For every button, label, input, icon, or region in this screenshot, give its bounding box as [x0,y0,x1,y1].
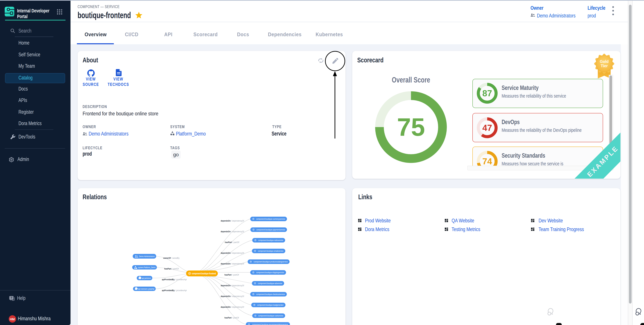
svg-text:component:boutique-recommendat: component:boutique-recommendationservice [252,323,288,325]
svg-text:dependsOn: dependsOn [220,252,230,254]
svg-text:/ providesApi: / providesApi [174,289,187,292]
svg-text:hasPart: hasPart [225,241,232,244]
svg-text:Demo Administrators: Demo Administrators [139,255,155,258]
svg-text:component:boutique-shippingser: component:boutique-shippingservice [256,271,284,274]
svg-text:dependsOn: dependsOn [220,306,230,308]
svg-text:ownerOf: ownerOf [163,257,171,259]
svg-text:/ partOf: / partOf [232,274,239,276]
svg-text:/ dependencyOf: / dependencyOf [230,252,244,254]
svg-text:component:boutique-productcata: component:boutique-productcatalogservice [254,261,288,263]
svg-text:component:boutique-loadgenerat: component:boutique-loadgenerator [257,304,284,306]
svg-text:component:boutique-currencyser: component:boutique-currencyservice [256,218,285,220]
svg-text:hasPart: hasPart [224,317,232,319]
svg-text:hasPart: hasPart [164,268,171,270]
svg-text:api:petstore: api:petstore [142,277,151,279]
svg-text:system:Platform_Demo: system:Platform_Demo [138,266,156,269]
svg-text:dependsOn: dependsOn [220,220,230,222]
svg-text:/ dependencyOf: / dependencyOf [230,285,244,287]
svg-text:/ partOf: / partOf [232,241,240,244]
svg-text:/ dependencyOf: / dependencyOf [230,263,244,265]
svg-text:component:boutique-checkoutser: component:boutique-checkoutservice [256,293,285,296]
svg-text:/ dependencyOf: / dependencyOf [230,295,244,298]
svg-text:dependsOn: dependsOn [220,295,230,298]
svg-text:api:starwars-graphql: api:starwars-graphql [138,288,154,290]
svg-text:/ dependencyOf: / dependencyOf [230,220,244,222]
svg-text:apiProvidedBy: apiProvidedBy [162,278,174,281]
svg-text:component:boutique-paymentserv: component:boutique-paymentservice [256,228,285,231]
svg-text:/ partOf: / partOf [232,317,239,319]
svg-text:/ dependencyOf: / dependencyOf [230,306,244,308]
svg-text:dependsOn: dependsOn [220,285,230,287]
svg-text:/ providesApi: / providesApi [174,278,187,281]
svg-text:hasPart: hasPart [224,274,232,276]
svg-text:/ partOf: / partOf [171,268,179,270]
svg-text:component:boutique-frontend: component:boutique-frontend [192,272,216,275]
svg-text:?: ? [10,296,12,300]
svg-text:/ ownedBy: / ownedBy [170,257,180,259]
svg-text:dependsOn: dependsOn [220,230,230,233]
svg-text:apiProvidedBy: apiProvidedBy [162,289,174,292]
svg-text:component:boutique-cartservice: component:boutique-cartservice [258,315,283,317]
svg-text:/ dependencyOf: / dependencyOf [230,230,244,233]
svg-text:component:boutique-redisservic: component:boutique-redisservice [258,239,283,242]
svg-text:component:boutique-emailservic: component:boutique-emailservice [258,250,284,252]
svg-text:component:boutique-adservice: component:boutique-adservice [258,282,282,285]
svg-text:dependsOn: dependsOn [220,263,230,265]
